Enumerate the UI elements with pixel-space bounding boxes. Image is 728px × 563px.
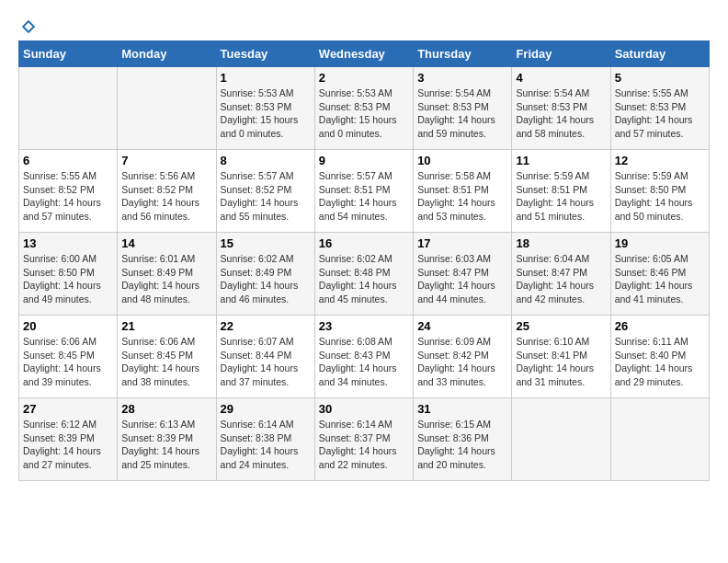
calendar-cell	[118, 67, 216, 150]
day-number: 21	[121, 319, 211, 333]
calendar-cell: 10Sunrise: 5:58 AMSunset: 8:51 PMDayligh…	[414, 150, 512, 233]
calendar-week-row: 13Sunrise: 6:00 AMSunset: 8:50 PMDayligh…	[19, 233, 710, 316]
page-header	[18, 18, 710, 31]
calendar-cell: 12Sunrise: 5:59 AMSunset: 8:50 PMDayligh…	[610, 150, 709, 233]
calendar-cell: 16Sunrise: 6:02 AMSunset: 8:48 PMDayligh…	[314, 233, 413, 316]
day-info: Sunrise: 6:05 AMSunset: 8:46 PMDaylight:…	[615, 252, 705, 306]
calendar-cell: 15Sunrise: 6:02 AMSunset: 8:49 PMDayligh…	[216, 233, 314, 316]
day-number: 30	[319, 402, 409, 416]
calendar-cell: 17Sunrise: 6:03 AMSunset: 8:47 PMDayligh…	[414, 233, 512, 316]
calendar-cell: 1Sunrise: 5:53 AMSunset: 8:53 PMDaylight…	[216, 67, 314, 150]
day-number: 1	[221, 71, 311, 85]
day-number: 22	[221, 319, 311, 333]
day-info: Sunrise: 6:02 AMSunset: 8:49 PMDaylight:…	[221, 252, 311, 306]
day-number: 11	[516, 154, 606, 167]
day-info: Sunrise: 6:07 AMSunset: 8:44 PMDaylight:…	[221, 335, 311, 389]
calendar-cell: 6Sunrise: 5:55 AMSunset: 8:52 PMDaylight…	[19, 150, 118, 233]
day-number: 5	[615, 71, 705, 85]
day-info: Sunrise: 5:58 AMSunset: 8:51 PMDaylight:…	[417, 169, 507, 224]
calendar-cell	[19, 67, 118, 150]
day-info: Sunrise: 6:06 AMSunset: 8:45 PMDaylight:…	[23, 335, 113, 389]
day-number: 20	[23, 319, 113, 333]
day-number: 8	[221, 154, 311, 167]
day-number: 9	[319, 154, 409, 167]
calendar-week-row: 27Sunrise: 6:12 AMSunset: 8:39 PMDayligh…	[19, 398, 710, 481]
day-info: Sunrise: 5:57 AMSunset: 8:52 PMDaylight:…	[221, 169, 311, 224]
day-number: 4	[516, 71, 606, 85]
calendar-table: SundayMondayTuesdayWednesdayThursdayFrid…	[18, 40, 710, 481]
day-number: 18	[516, 236, 606, 250]
day-info: Sunrise: 6:08 AMSunset: 8:43 PMDaylight:…	[319, 335, 409, 389]
day-number: 13	[23, 236, 113, 250]
day-info: Sunrise: 6:06 AMSunset: 8:45 PMDaylight:…	[121, 335, 211, 389]
day-info: Sunrise: 5:54 AMSunset: 8:53 PMDaylight:…	[417, 86, 507, 141]
calendar-week-row: 6Sunrise: 5:55 AMSunset: 8:52 PMDaylight…	[19, 150, 710, 233]
day-info: Sunrise: 6:14 AMSunset: 8:37 PMDaylight:…	[319, 418, 409, 472]
calendar-cell: 22Sunrise: 6:07 AMSunset: 8:44 PMDayligh…	[216, 316, 314, 398]
day-info: Sunrise: 5:57 AMSunset: 8:51 PMDaylight:…	[319, 169, 409, 224]
calendar-cell: 29Sunrise: 6:14 AMSunset: 8:38 PMDayligh…	[216, 398, 314, 481]
day-number: 23	[319, 319, 409, 333]
calendar-cell: 8Sunrise: 5:57 AMSunset: 8:52 PMDaylight…	[216, 150, 314, 233]
calendar-cell: 14Sunrise: 6:01 AMSunset: 8:49 PMDayligh…	[118, 233, 216, 316]
calendar-cell: 27Sunrise: 6:12 AMSunset: 8:39 PMDayligh…	[19, 398, 118, 481]
day-info: Sunrise: 6:00 AMSunset: 8:50 PMDaylight:…	[23, 252, 113, 306]
day-info: Sunrise: 5:54 AMSunset: 8:53 PMDaylight:…	[516, 86, 606, 141]
weekday-header: Sunday	[19, 41, 118, 67]
day-info: Sunrise: 6:15 AMSunset: 8:36 PMDaylight:…	[417, 418, 507, 472]
calendar-cell: 30Sunrise: 6:14 AMSunset: 8:37 PMDayligh…	[314, 398, 413, 481]
calendar-cell: 21Sunrise: 6:06 AMSunset: 8:45 PMDayligh…	[118, 316, 216, 398]
calendar-cell	[610, 398, 709, 481]
day-number: 10	[417, 154, 507, 167]
day-info: Sunrise: 6:14 AMSunset: 8:38 PMDaylight:…	[221, 418, 311, 472]
day-info: Sunrise: 6:13 AMSunset: 8:39 PMDaylight:…	[121, 418, 211, 472]
day-info: Sunrise: 5:55 AMSunset: 8:52 PMDaylight:…	[23, 169, 113, 224]
day-number: 15	[221, 236, 311, 250]
weekday-header: Wednesday	[314, 41, 413, 67]
calendar-cell: 24Sunrise: 6:09 AMSunset: 8:42 PMDayligh…	[414, 316, 512, 398]
calendar-cell: 18Sunrise: 6:04 AMSunset: 8:47 PMDayligh…	[512, 233, 610, 316]
day-info: Sunrise: 5:59 AMSunset: 8:51 PMDaylight:…	[516, 169, 606, 224]
calendar-cell: 19Sunrise: 6:05 AMSunset: 8:46 PMDayligh…	[610, 233, 709, 316]
calendar-cell: 5Sunrise: 5:55 AMSunset: 8:53 PMDaylight…	[610, 67, 709, 150]
calendar-header-row: SundayMondayTuesdayWednesdayThursdayFrid…	[19, 41, 710, 67]
day-number: 27	[23, 402, 113, 416]
calendar-cell: 28Sunrise: 6:13 AMSunset: 8:39 PMDayligh…	[118, 398, 216, 481]
day-number: 29	[221, 402, 311, 416]
calendar-cell: 9Sunrise: 5:57 AMSunset: 8:51 PMDaylight…	[314, 150, 413, 233]
day-info: Sunrise: 5:55 AMSunset: 8:53 PMDaylight:…	[615, 86, 705, 141]
day-info: Sunrise: 6:01 AMSunset: 8:49 PMDaylight:…	[121, 252, 211, 306]
day-number: 3	[417, 71, 507, 85]
calendar-cell: 26Sunrise: 6:11 AMSunset: 8:40 PMDayligh…	[610, 316, 709, 398]
day-info: Sunrise: 5:59 AMSunset: 8:50 PMDaylight:…	[615, 169, 705, 224]
day-number: 2	[319, 71, 409, 85]
calendar-cell: 2Sunrise: 5:53 AMSunset: 8:53 PMDaylight…	[314, 67, 413, 150]
calendar-cell: 20Sunrise: 6:06 AMSunset: 8:45 PMDayligh…	[19, 316, 118, 398]
day-info: Sunrise: 6:02 AMSunset: 8:48 PMDaylight:…	[319, 252, 409, 306]
day-number: 28	[121, 402, 211, 416]
calendar-cell: 4Sunrise: 5:54 AMSunset: 8:53 PMDaylight…	[512, 67, 610, 150]
day-number: 19	[615, 236, 705, 250]
day-number: 7	[121, 154, 211, 167]
day-number: 14	[121, 236, 211, 250]
weekday-header: Thursday	[414, 41, 512, 67]
day-number: 26	[615, 319, 705, 333]
calendar-cell: 7Sunrise: 5:56 AMSunset: 8:52 PMDaylight…	[118, 150, 216, 233]
calendar-cell: 25Sunrise: 6:10 AMSunset: 8:41 PMDayligh…	[512, 316, 610, 398]
day-number: 25	[516, 319, 606, 333]
calendar-cell: 11Sunrise: 5:59 AMSunset: 8:51 PMDayligh…	[512, 150, 610, 233]
day-info: Sunrise: 6:04 AMSunset: 8:47 PMDaylight:…	[516, 252, 606, 306]
calendar-cell: 23Sunrise: 6:08 AMSunset: 8:43 PMDayligh…	[314, 316, 413, 398]
calendar-cell	[512, 398, 610, 481]
calendar-cell: 13Sunrise: 6:00 AMSunset: 8:50 PMDayligh…	[19, 233, 118, 316]
weekday-header: Monday	[118, 41, 216, 67]
day-info: Sunrise: 6:03 AMSunset: 8:47 PMDaylight:…	[417, 252, 507, 306]
logo-icon	[20, 18, 37, 35]
day-number: 31	[417, 402, 507, 416]
day-info: Sunrise: 5:53 AMSunset: 8:53 PMDaylight:…	[221, 86, 311, 141]
day-number: 24	[417, 319, 507, 333]
day-number: 17	[417, 236, 507, 250]
day-number: 16	[319, 236, 409, 250]
calendar-cell: 31Sunrise: 6:15 AMSunset: 8:36 PMDayligh…	[414, 398, 512, 481]
day-info: Sunrise: 6:12 AMSunset: 8:39 PMDaylight:…	[23, 418, 113, 472]
